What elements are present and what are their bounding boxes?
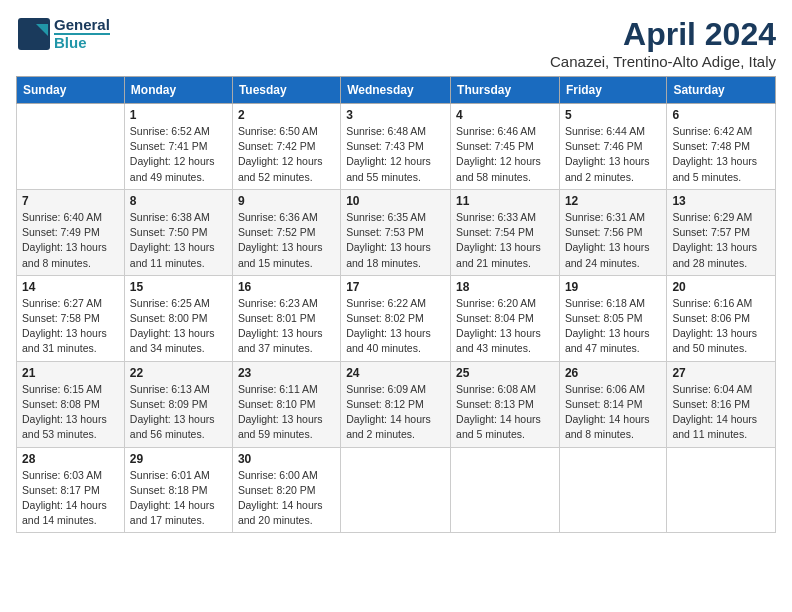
day-number: 16 [238, 280, 335, 294]
calendar-cell: 19Sunrise: 6:18 AM Sunset: 8:05 PM Dayli… [559, 275, 666, 361]
calendar-cell: 15Sunrise: 6:25 AM Sunset: 8:00 PM Dayli… [124, 275, 232, 361]
day-detail: Sunrise: 6:11 AM Sunset: 8:10 PM Dayligh… [238, 382, 335, 443]
logo-line1: General [54, 17, 110, 34]
day-detail: Sunrise: 6:25 AM Sunset: 8:00 PM Dayligh… [130, 296, 227, 357]
day-number: 6 [672, 108, 770, 122]
day-number: 18 [456, 280, 554, 294]
calendar-cell [451, 447, 560, 533]
day-detail: Sunrise: 6:36 AM Sunset: 7:52 PM Dayligh… [238, 210, 335, 271]
calendar-cell: 20Sunrise: 6:16 AM Sunset: 8:06 PM Dayli… [667, 275, 776, 361]
calendar-cell: 8Sunrise: 6:38 AM Sunset: 7:50 PM Daylig… [124, 189, 232, 275]
day-number: 15 [130, 280, 227, 294]
day-number: 14 [22, 280, 119, 294]
week-row-2: 7Sunrise: 6:40 AM Sunset: 7:49 PM Daylig… [17, 189, 776, 275]
day-number: 5 [565, 108, 661, 122]
calendar-cell: 23Sunrise: 6:11 AM Sunset: 8:10 PM Dayli… [232, 361, 340, 447]
day-detail: Sunrise: 6:20 AM Sunset: 8:04 PM Dayligh… [456, 296, 554, 357]
header: General Blue April 2024 Canazei, Trentin… [16, 16, 776, 70]
day-number: 25 [456, 366, 554, 380]
day-number: 9 [238, 194, 335, 208]
day-detail: Sunrise: 6:40 AM Sunset: 7:49 PM Dayligh… [22, 210, 119, 271]
calendar-cell: 25Sunrise: 6:08 AM Sunset: 8:13 PM Dayli… [451, 361, 560, 447]
day-detail: Sunrise: 6:15 AM Sunset: 8:08 PM Dayligh… [22, 382, 119, 443]
calendar-cell: 3Sunrise: 6:48 AM Sunset: 7:43 PM Daylig… [341, 104, 451, 190]
day-detail: Sunrise: 6:00 AM Sunset: 8:20 PM Dayligh… [238, 468, 335, 529]
week-row-1: 1Sunrise: 6:52 AM Sunset: 7:41 PM Daylig… [17, 104, 776, 190]
day-number: 19 [565, 280, 661, 294]
calendar-cell: 16Sunrise: 6:23 AM Sunset: 8:01 PM Dayli… [232, 275, 340, 361]
logo-line2: Blue [54, 33, 110, 52]
calendar-cell: 21Sunrise: 6:15 AM Sunset: 8:08 PM Dayli… [17, 361, 125, 447]
day-number: 26 [565, 366, 661, 380]
day-detail: Sunrise: 6:42 AM Sunset: 7:48 PM Dayligh… [672, 124, 770, 185]
calendar-cell: 7Sunrise: 6:40 AM Sunset: 7:49 PM Daylig… [17, 189, 125, 275]
calendar-cell [17, 104, 125, 190]
day-number: 2 [238, 108, 335, 122]
day-detail: Sunrise: 6:38 AM Sunset: 7:50 PM Dayligh… [130, 210, 227, 271]
day-detail: Sunrise: 6:22 AM Sunset: 8:02 PM Dayligh… [346, 296, 445, 357]
day-number: 20 [672, 280, 770, 294]
day-detail: Sunrise: 6:31 AM Sunset: 7:56 PM Dayligh… [565, 210, 661, 271]
day-detail: Sunrise: 6:50 AM Sunset: 7:42 PM Dayligh… [238, 124, 335, 185]
week-row-3: 14Sunrise: 6:27 AM Sunset: 7:58 PM Dayli… [17, 275, 776, 361]
day-number: 23 [238, 366, 335, 380]
day-detail: Sunrise: 6:08 AM Sunset: 8:13 PM Dayligh… [456, 382, 554, 443]
weekday-header-friday: Friday [559, 77, 666, 104]
week-row-4: 21Sunrise: 6:15 AM Sunset: 8:08 PM Dayli… [17, 361, 776, 447]
title-area: April 2024 Canazei, Trentino-Alto Adige,… [550, 16, 776, 70]
calendar-cell: 1Sunrise: 6:52 AM Sunset: 7:41 PM Daylig… [124, 104, 232, 190]
calendar-table: SundayMondayTuesdayWednesdayThursdayFrid… [16, 76, 776, 533]
day-detail: Sunrise: 6:03 AM Sunset: 8:17 PM Dayligh… [22, 468, 119, 529]
calendar-cell: 11Sunrise: 6:33 AM Sunset: 7:54 PM Dayli… [451, 189, 560, 275]
day-number: 1 [130, 108, 227, 122]
day-number: 4 [456, 108, 554, 122]
day-number: 29 [130, 452, 227, 466]
day-detail: Sunrise: 6:35 AM Sunset: 7:53 PM Dayligh… [346, 210, 445, 271]
logo: General Blue [16, 16, 110, 52]
calendar-cell: 27Sunrise: 6:04 AM Sunset: 8:16 PM Dayli… [667, 361, 776, 447]
calendar-cell: 29Sunrise: 6:01 AM Sunset: 8:18 PM Dayli… [124, 447, 232, 533]
svg-rect-0 [18, 18, 50, 50]
day-number: 17 [346, 280, 445, 294]
day-number: 3 [346, 108, 445, 122]
calendar-cell: 6Sunrise: 6:42 AM Sunset: 7:48 PM Daylig… [667, 104, 776, 190]
day-detail: Sunrise: 6:04 AM Sunset: 8:16 PM Dayligh… [672, 382, 770, 443]
weekday-header-sunday: Sunday [17, 77, 125, 104]
weekday-header-monday: Monday [124, 77, 232, 104]
day-detail: Sunrise: 6:33 AM Sunset: 7:54 PM Dayligh… [456, 210, 554, 271]
calendar-cell: 18Sunrise: 6:20 AM Sunset: 8:04 PM Dayli… [451, 275, 560, 361]
calendar-cell: 13Sunrise: 6:29 AM Sunset: 7:57 PM Dayli… [667, 189, 776, 275]
day-detail: Sunrise: 6:52 AM Sunset: 7:41 PM Dayligh… [130, 124, 227, 185]
day-number: 13 [672, 194, 770, 208]
day-number: 27 [672, 366, 770, 380]
day-number: 12 [565, 194, 661, 208]
day-detail: Sunrise: 6:16 AM Sunset: 8:06 PM Dayligh… [672, 296, 770, 357]
day-number: 8 [130, 194, 227, 208]
day-detail: Sunrise: 6:18 AM Sunset: 8:05 PM Dayligh… [565, 296, 661, 357]
weekday-header-row: SundayMondayTuesdayWednesdayThursdayFrid… [17, 77, 776, 104]
calendar-cell: 17Sunrise: 6:22 AM Sunset: 8:02 PM Dayli… [341, 275, 451, 361]
day-detail: Sunrise: 6:06 AM Sunset: 8:14 PM Dayligh… [565, 382, 661, 443]
calendar-cell: 24Sunrise: 6:09 AM Sunset: 8:12 PM Dayli… [341, 361, 451, 447]
day-number: 21 [22, 366, 119, 380]
calendar-cell [341, 447, 451, 533]
calendar-cell: 22Sunrise: 6:13 AM Sunset: 8:09 PM Dayli… [124, 361, 232, 447]
day-detail: Sunrise: 6:01 AM Sunset: 8:18 PM Dayligh… [130, 468, 227, 529]
subtitle: Canazei, Trentino-Alto Adige, Italy [550, 53, 776, 70]
weekday-header-saturday: Saturday [667, 77, 776, 104]
day-number: 10 [346, 194, 445, 208]
day-number: 11 [456, 194, 554, 208]
calendar-cell: 5Sunrise: 6:44 AM Sunset: 7:46 PM Daylig… [559, 104, 666, 190]
calendar-cell: 28Sunrise: 6:03 AM Sunset: 8:17 PM Dayli… [17, 447, 125, 533]
day-detail: Sunrise: 6:44 AM Sunset: 7:46 PM Dayligh… [565, 124, 661, 185]
day-detail: Sunrise: 6:29 AM Sunset: 7:57 PM Dayligh… [672, 210, 770, 271]
day-number: 24 [346, 366, 445, 380]
calendar-cell: 9Sunrise: 6:36 AM Sunset: 7:52 PM Daylig… [232, 189, 340, 275]
calendar-cell: 2Sunrise: 6:50 AM Sunset: 7:42 PM Daylig… [232, 104, 340, 190]
day-detail: Sunrise: 6:09 AM Sunset: 8:12 PM Dayligh… [346, 382, 445, 443]
calendar-cell: 30Sunrise: 6:00 AM Sunset: 8:20 PM Dayli… [232, 447, 340, 533]
weekday-header-tuesday: Tuesday [232, 77, 340, 104]
day-number: 7 [22, 194, 119, 208]
week-row-5: 28Sunrise: 6:03 AM Sunset: 8:17 PM Dayli… [17, 447, 776, 533]
day-detail: Sunrise: 6:23 AM Sunset: 8:01 PM Dayligh… [238, 296, 335, 357]
